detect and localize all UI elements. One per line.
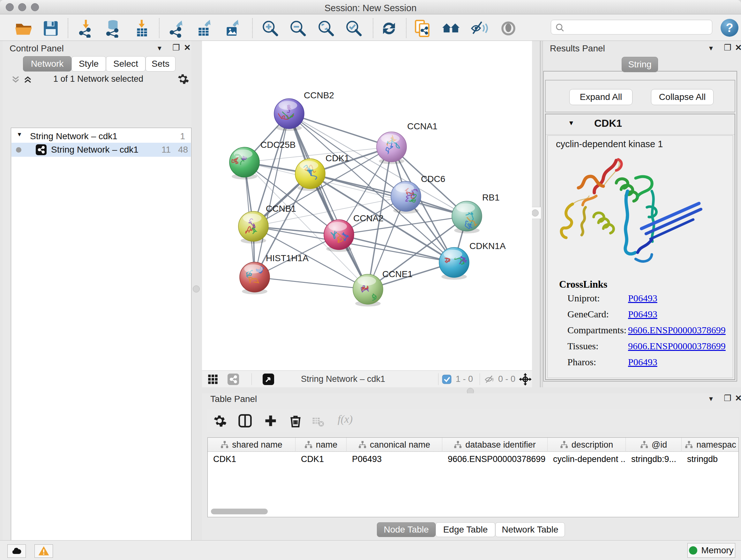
create-column-plus-icon[interactable] — [264, 414, 278, 429]
tab-node-table[interactable]: Node Table — [377, 522, 435, 537]
grid-view-icon[interactable] — [208, 374, 218, 387]
import-network-file-button[interactable] — [77, 19, 95, 38]
zoom-selected-button[interactable] — [345, 19, 363, 38]
birdseye-view-icon[interactable] — [263, 374, 274, 387]
home-string-button[interactable] — [442, 19, 460, 38]
table-cell[interactable]: CDK1 — [208, 452, 295, 466]
network-node-HIST1H1A[interactable]: HIST1H1A — [240, 253, 309, 294]
network-row-selected[interactable]: String Network – cdk1 11 48 — [11, 143, 191, 157]
help-button[interactable]: ? — [721, 19, 738, 37]
network-node-label: CDK1 — [326, 153, 349, 163]
delete-column-trash-icon[interactable] — [288, 414, 302, 429]
column-header-label: @id — [652, 440, 667, 450]
table-cell[interactable]: stringdb — [682, 452, 739, 466]
crosslink-link[interactable]: P06493 — [628, 293, 657, 304]
crosslink-link[interactable]: 9606.ENSP00000378699 — [628, 341, 726, 352]
clone-network-button[interactable] — [414, 19, 432, 38]
undock-panel-icon[interactable]: ❐ — [172, 43, 180, 52]
float-panel-icon[interactable]: ▼ — [708, 394, 714, 403]
column-header-description[interactable]: description — [548, 438, 626, 452]
network-edge-count: 48 — [178, 145, 188, 155]
cdk1-section-header[interactable]: ▼ CDK1 — [546, 114, 735, 135]
network-node-CDK1[interactable]: CDK1 — [295, 153, 349, 191]
network-node-RB1[interactable]: RB1 — [452, 192, 499, 233]
horizontal-scrollbar-thumb[interactable] — [211, 509, 268, 514]
highlight-filter-button[interactable] — [499, 19, 518, 38]
collapse-all-networks-icon[interactable] — [11, 75, 20, 85]
left-splitter-handle[interactable] — [193, 286, 200, 293]
column-header-name[interactable]: name — [295, 438, 347, 452]
search-input[interactable] — [568, 21, 708, 33]
tab-network[interactable]: Network — [23, 56, 71, 71]
tab-network-table[interactable]: Network Table — [495, 522, 565, 537]
zoom-fit-button[interactable] — [317, 19, 335, 38]
crosslink-link[interactable]: 9606.ENSP00000378699 — [628, 325, 726, 335]
export-table-button[interactable] — [195, 19, 214, 38]
table-cell[interactable]: cyclin-dependent ... — [548, 452, 626, 466]
network-node-label: CDKN1A — [469, 241, 506, 251]
table-cell[interactable]: stringdb:9... — [626, 452, 682, 466]
table-cell[interactable]: CDK1 — [295, 452, 347, 466]
close-panel-icon[interactable]: ✕ — [184, 43, 191, 52]
network-options-gear-icon[interactable] — [177, 73, 189, 86]
network-node-CDC25B[interactable]: CDC25B — [229, 140, 295, 179]
section-collapse-icon[interactable]: ▼ — [568, 119, 575, 127]
table-cell[interactable]: 9606.ENSP00000378699 — [442, 452, 548, 466]
hide-unhide-button[interactable] — [470, 19, 489, 38]
network-edge-CCNB2-HIST1H1A[interactable] — [255, 114, 289, 277]
network-node-CCNA1[interactable]: CCNA1 — [377, 121, 437, 164]
close-panel-icon[interactable]: ✕ — [735, 393, 741, 403]
column-header-shared-name[interactable]: shared name — [208, 438, 295, 452]
collection-expand-icon[interactable]: ▼ — [17, 131, 22, 138]
network-canvas[interactable]: CCNB2CCNA1CDC25BCDK1CDC6RB1CCNB1CCNA2CDK… — [202, 41, 532, 370]
import-network-database-button[interactable] — [104, 19, 122, 38]
warning-icon — [38, 545, 50, 557]
undock-panel-icon[interactable]: ❐ — [724, 393, 731, 403]
expand-all-networks-icon[interactable] — [23, 75, 32, 85]
hidden-eye-slash-icon[interactable] — [484, 374, 495, 387]
zoom-out-button[interactable] — [289, 19, 307, 38]
import-table-file-button[interactable] — [132, 19, 151, 38]
crosslink-link[interactable]: P06493 — [628, 357, 657, 368]
column-header--id[interactable]: @id — [626, 438, 682, 452]
network-edge-CCNB2-CCNA1[interactable] — [289, 114, 392, 147]
save-session-button[interactable] — [42, 19, 60, 38]
network-edge-HIST1H1A-CCNE1[interactable] — [255, 277, 368, 289]
collapse-all-button[interactable]: Collapse All — [651, 89, 714, 105]
column-header-canonical-name[interactable]: canonical name — [347, 438, 442, 452]
zoom-in-button[interactable] — [261, 19, 280, 38]
tab-style[interactable]: Style — [71, 56, 106, 71]
table-options-gear-icon[interactable] — [212, 414, 226, 429]
show-columns-icon[interactable] — [238, 414, 252, 429]
results-tab-string[interactable]: String — [622, 57, 658, 72]
memory-button[interactable]: Memory — [687, 543, 735, 558]
open-session-button[interactable] — [14, 19, 33, 38]
selected-count: 1 - 0 — [456, 374, 473, 384]
network-node-CCNB1[interactable]: CCNB1 — [239, 204, 296, 244]
float-panel-icon[interactable]: ▼ — [708, 44, 714, 53]
close-panel-icon[interactable]: ✕ — [735, 43, 741, 52]
selected-checkbox-icon[interactable] — [442, 374, 452, 386]
cloud-button[interactable] — [7, 544, 26, 558]
warnings-button[interactable] — [35, 544, 53, 558]
network-share-view-icon[interactable] — [227, 374, 239, 387]
column-header-database-identifier[interactable]: database identifier — [442, 438, 548, 452]
right-splitter-line — [542, 41, 542, 387]
node-name-heading: CDK1 — [594, 118, 622, 129]
expand-all-button[interactable]: Expand All — [569, 89, 632, 105]
network-collection-row[interactable]: ▼ String Network – cdk1 1 — [11, 129, 191, 143]
results-panel-title: Results Panel — [550, 44, 605, 54]
tab-select[interactable]: Select — [106, 56, 145, 71]
fit-content-crosshair-icon[interactable] — [519, 373, 532, 388]
export-image-button[interactable] — [223, 19, 242, 38]
float-panel-icon[interactable]: ▼ — [156, 44, 163, 53]
export-network-button[interactable] — [168, 19, 186, 38]
tab-sets[interactable]: Sets — [145, 56, 176, 71]
column-header-namespac[interactable]: namespac — [682, 438, 739, 452]
table-cell[interactable]: P06493 — [347, 452, 442, 466]
network-node-CDKN1A[interactable]: CDKN1A — [439, 241, 506, 280]
crosslink-link[interactable]: P06493 — [628, 309, 657, 320]
apply-style-refresh-button[interactable] — [380, 19, 398, 38]
tab-edge-table[interactable]: Edge Table — [435, 522, 495, 537]
undock-panel-icon[interactable]: ❐ — [724, 43, 731, 52]
